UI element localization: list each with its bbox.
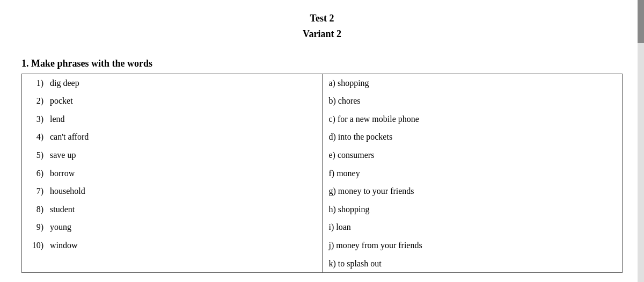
scrollbar[interactable]	[638, 0, 644, 282]
right-cell: a) shopping	[322, 74, 622, 92]
right-cell: j) money from your friends	[322, 236, 622, 255]
item-text: can't afford	[50, 130, 89, 144]
table-row: k) to splash out	[22, 255, 622, 273]
left-cell: 10)window	[22, 236, 322, 255]
item-text: household	[50, 184, 85, 198]
item-text: borrow	[50, 167, 75, 180]
right-cell: h) shopping	[322, 200, 622, 219]
table-row: 5)save upe) consumers	[22, 146, 622, 164]
right-cell: k) to splash out	[322, 255, 622, 273]
item-number: 9)	[28, 220, 43, 234]
header-line1: Test 2	[21, 11, 623, 26]
right-cell: c) for a new mobile phone	[322, 110, 622, 128]
item-text: student	[50, 203, 75, 216]
table-row: 2)pocketb) chores	[22, 92, 622, 110]
item-text: pocket	[50, 94, 73, 108]
item-number: 7)	[28, 184, 43, 198]
item-number: 2)	[28, 94, 43, 108]
item-text: dig deep	[50, 76, 79, 90]
item-number: 6)	[28, 167, 43, 180]
item-number: 3)	[28, 112, 43, 126]
left-cell: 1)dig deep	[22, 74, 322, 92]
item-text: lend	[50, 112, 65, 126]
section1-title: 1. Make phrases with the words	[21, 58, 623, 69]
left-cell: 8)student	[22, 200, 322, 219]
table-row: 3)lendc) for a new mobile phone	[22, 110, 622, 128]
left-cell: 4)can't afford	[22, 128, 322, 146]
left-cell: 3)lend	[22, 110, 322, 128]
right-cell: e) consumers	[322, 146, 622, 164]
left-cell: 9)young	[22, 218, 322, 236]
left-cell: 6)borrow	[22, 164, 322, 183]
left-cell	[22, 255, 322, 273]
table-row: 8)studenth) shopping	[22, 200, 622, 219]
right-cell: g) money to your friends	[322, 182, 622, 200]
item-number: 8)	[28, 203, 43, 216]
right-cell: b) chores	[322, 92, 622, 110]
right-cell: i) loan	[322, 218, 622, 236]
item-number: 5)	[28, 148, 43, 162]
item-number: 1)	[28, 76, 43, 90]
table-row: 1)dig deepa) shopping	[22, 74, 622, 92]
right-cell: f) money	[322, 164, 622, 183]
table-row: 9)youngi) loan	[22, 218, 622, 236]
item-number: 10)	[28, 238, 43, 252]
table-row: 10)windowj) money from your friends	[22, 236, 622, 255]
left-cell: 7)household	[22, 182, 322, 200]
table-row: 4)can't affordd) into the pockets	[22, 128, 622, 146]
left-cell: 5)save up	[22, 146, 322, 164]
page-header: Test 2 Variant 2	[21, 11, 623, 42]
table-row: 6)borrowf) money	[22, 164, 622, 183]
item-number: 4)	[28, 130, 43, 144]
left-cell: 2)pocket	[22, 92, 322, 110]
right-cell: d) into the pockets	[322, 128, 622, 146]
table-row: 7)householdg) money to your friends	[22, 182, 622, 200]
phrases-table: 1)dig deepa) shopping2)pocketb) chores3)…	[21, 74, 623, 273]
item-text: young	[50, 220, 71, 234]
scrollbar-thumb[interactable]	[638, 0, 644, 43]
item-text: window	[50, 238, 78, 252]
item-text: save up	[50, 148, 76, 162]
header-line2: Variant 2	[21, 26, 623, 42]
